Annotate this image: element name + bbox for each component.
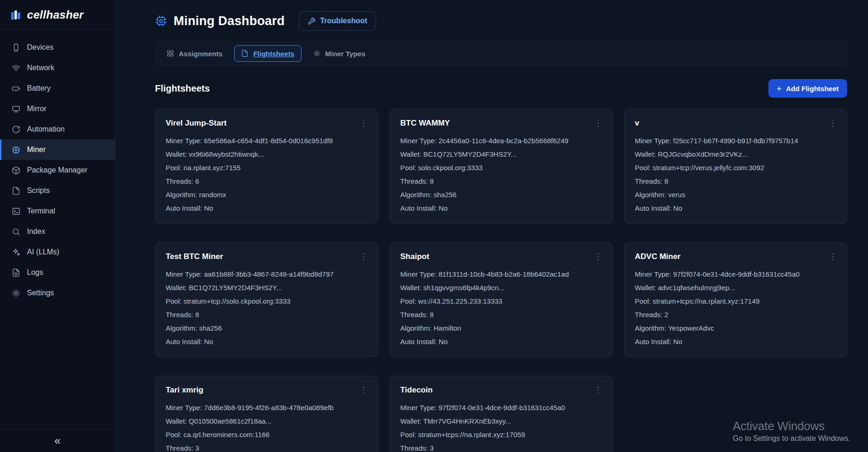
field-value: 8 bbox=[430, 311, 433, 319]
card-title: Virel Jump-Start bbox=[166, 119, 367, 128]
flightsheet-card: ⋮ Tari xmrig Miner Type: 7dd6e3b8-9195-4… bbox=[155, 376, 378, 452]
card-menu-kebab-icon[interactable]: ⋮ bbox=[357, 384, 371, 396]
field-value: Hamilton bbox=[434, 324, 461, 332]
sidebar-item-index[interactable]: Index bbox=[0, 221, 115, 242]
sidebar-item-label: Scripts bbox=[27, 186, 50, 195]
page-title: Mining Dashboard bbox=[174, 14, 285, 28]
sidebar-item-logs[interactable]: Logs bbox=[0, 262, 115, 283]
card-menu-kebab-icon[interactable]: ⋮ bbox=[591, 384, 606, 396]
sidebar: cellhasher Devices Network Battery Mirro… bbox=[0, 0, 115, 452]
field-value: No bbox=[673, 338, 682, 346]
field-value: 2c4456a0-11c6-4dea-bc2a-b2b5668f6249 bbox=[438, 137, 568, 145]
field-label: Algorithm: bbox=[166, 324, 199, 332]
sidebar-item-label: Network bbox=[27, 64, 54, 72]
field-value: 8 bbox=[664, 177, 668, 185]
card-field: Wallet: RQJGcvqboXdDme3r2VKz... bbox=[635, 147, 836, 161]
card-menu-kebab-icon[interactable]: ⋮ bbox=[826, 117, 840, 129]
flightsheet-card: ⋮ Virel Jump-Start Miner Type: 65e586a4-… bbox=[155, 109, 378, 224]
monitor-icon bbox=[12, 105, 20, 113]
card-menu-kebab-icon[interactable]: ⋮ bbox=[357, 250, 371, 263]
flightsheet-grid: ⋮ Virel Jump-Start Miner Type: 65e586a4-… bbox=[155, 109, 847, 452]
field-label: Wallet: bbox=[166, 417, 188, 425]
sidebar-item-label: Settings bbox=[27, 289, 54, 297]
sidebar-item-automation[interactable]: Automation bbox=[0, 119, 115, 140]
tab-label: Miner Types bbox=[325, 50, 365, 58]
field-value: No bbox=[439, 338, 448, 346]
collapse-sidebar-icon[interactable]: « bbox=[54, 435, 61, 446]
field-label: Auto Install: bbox=[400, 338, 439, 346]
field-label: Miner Type: bbox=[400, 137, 438, 145]
sidebar-item-settings[interactable]: Settings bbox=[0, 283, 115, 303]
flightsheet-card: ⋮ Tidecoin Miner Type: 97f2f074-0e31-4dc… bbox=[390, 376, 612, 452]
card-field: Auto Install: No bbox=[635, 335, 836, 348]
logs-icon bbox=[12, 268, 20, 277]
sidebar-item-scripts[interactable]: Scripts bbox=[0, 180, 115, 201]
card-field: Miner Type: 7dd6e3b8-9195-4f26-a83b-478e… bbox=[166, 401, 367, 414]
card-menu-kebab-icon[interactable]: ⋮ bbox=[591, 250, 606, 263]
sidebar-item-label: Index bbox=[27, 227, 45, 236]
tab-flightsheets[interactable]: Flightsheets bbox=[234, 45, 301, 62]
app-name: cellhasher bbox=[27, 8, 84, 21]
sidebar-nav: Devices Network Battery Mirror Automatio… bbox=[0, 30, 115, 429]
grid-icon bbox=[167, 50, 174, 57]
field-value: verus bbox=[668, 191, 686, 199]
field-label: Miner Type: bbox=[635, 137, 673, 145]
wifi-icon bbox=[12, 64, 20, 73]
sidebar-item-devices[interactable]: Devices bbox=[0, 37, 115, 58]
tab-miner-types[interactable]: Miner Types bbox=[306, 45, 372, 62]
gear-icon bbox=[313, 50, 321, 57]
card-field: Pool: stratum+tcp://verus.jellyfc.com:30… bbox=[635, 161, 836, 174]
card-field: Threads: 8 bbox=[166, 308, 367, 321]
package-icon bbox=[12, 166, 20, 175]
card-menu-kebab-icon[interactable]: ⋮ bbox=[826, 250, 840, 263]
sidebar-item-label: Package Manager bbox=[27, 166, 87, 174]
card-menu-kebab-icon[interactable]: ⋮ bbox=[591, 117, 606, 129]
field-value: No bbox=[204, 204, 213, 212]
card-field: Miner Type: 65e586a4-c654-4df1-8d54-0d01… bbox=[166, 134, 367, 147]
field-label: Miner Type: bbox=[166, 270, 204, 278]
field-label: Pool: bbox=[166, 297, 183, 305]
card-field: Pool: stratum+tcps://na.rplant.xyz:17149 bbox=[635, 294, 836, 308]
field-value: vx96i68wybst2htiwnqk... bbox=[188, 150, 264, 158]
main-content: Mining Dashboard Troubleshoot Assignment… bbox=[115, 0, 868, 452]
card-field: Threads: 2 bbox=[635, 308, 836, 321]
field-value: solo.ckpool.org:3333 bbox=[418, 164, 482, 172]
field-value: 8 bbox=[195, 311, 199, 319]
field-label: Auto Install: bbox=[400, 204, 439, 212]
sidebar-item-label: Miner bbox=[27, 146, 46, 154]
field-value: sha256 bbox=[434, 191, 457, 199]
add-flightsheet-button[interactable]: + Add Flightsheet bbox=[768, 79, 847, 98]
field-label: Wallet: bbox=[166, 150, 188, 158]
sidebar-item-ai-llms[interactable]: AI (LLMs) bbox=[0, 242, 115, 262]
card-field: Wallet: vx96i68wybst2htiwnqk... bbox=[166, 147, 367, 161]
field-label: Wallet: bbox=[166, 284, 188, 292]
plus-icon: + bbox=[777, 84, 782, 93]
field-value: stratum+tcp://verus.jellyfc.com:3092 bbox=[653, 164, 764, 172]
sidebar-item-mirror[interactable]: Mirror bbox=[0, 99, 115, 119]
sidebar-item-miner[interactable]: Miner bbox=[0, 140, 115, 160]
troubleshoot-button[interactable]: Troubleshoot bbox=[299, 11, 376, 31]
field-label: Algorithm: bbox=[635, 191, 668, 199]
card-field: Miner Type: f25cc717-b67f-4990-b91f-8db7… bbox=[635, 134, 836, 147]
sidebar-item-terminal[interactable]: Terminal bbox=[0, 201, 115, 221]
field-label: Pool: bbox=[400, 164, 418, 172]
field-label: Pool: bbox=[166, 431, 183, 439]
card-field: Auto Install: No bbox=[635, 201, 836, 215]
card-title: Shaipot bbox=[400, 252, 602, 261]
sidebar-item-network[interactable]: Network bbox=[0, 58, 115, 78]
field-label: Wallet: bbox=[400, 417, 423, 425]
sidebar-item-battery[interactable]: Battery bbox=[0, 78, 115, 99]
field-value: na.rplant.xyz:7155 bbox=[183, 164, 241, 172]
card-field: Algorithm: sha256 bbox=[400, 188, 602, 201]
card-field: Auto Install: No bbox=[400, 335, 602, 348]
card-field: Pool: ws://43.251.225.233:13333 bbox=[400, 294, 602, 308]
tab-assignments[interactable]: Assignments bbox=[160, 45, 229, 62]
card-title: v bbox=[635, 119, 836, 128]
field-label: Wallet: bbox=[400, 284, 423, 292]
sidebar-item-package-manager[interactable]: Package Manager bbox=[0, 160, 115, 180]
field-label: Pool: bbox=[635, 164, 653, 172]
field-value: stratum+tcps://na.rplant.xyz:17149 bbox=[653, 297, 760, 305]
card-menu-kebab-icon[interactable]: ⋮ bbox=[357, 117, 371, 129]
add-flightsheet-label: Add Flightsheet bbox=[786, 85, 839, 93]
field-value: BC1Q72LY5MY2D4F3HS2Y... bbox=[423, 150, 516, 158]
